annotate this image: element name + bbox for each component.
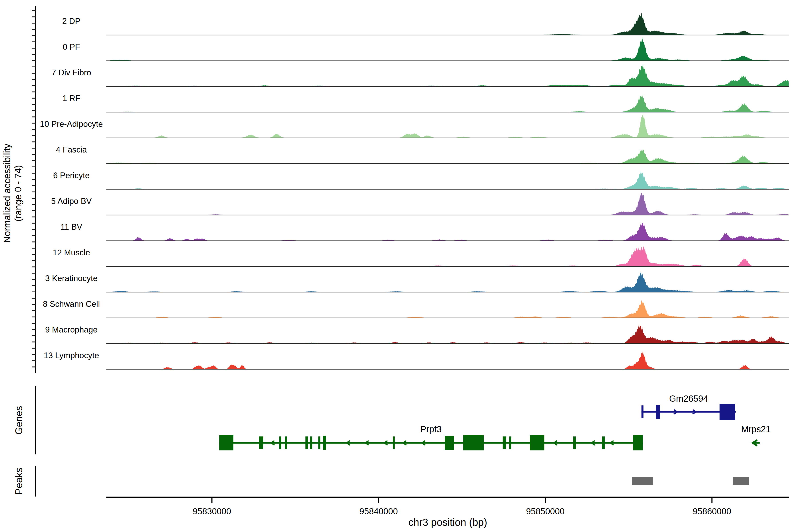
- track-signal-area: [107, 301, 789, 318]
- track-signal-area: [107, 171, 789, 189]
- y-axis-label-line1: Normalized accessibility: [2, 144, 12, 243]
- track-signal-area: [107, 324, 789, 344]
- x-axis-ticks: 95830000958400009585000095860000: [193, 497, 731, 516]
- track-label: 0 PF: [63, 42, 80, 52]
- track-signal-area: [107, 64, 789, 87]
- gene-exon: [285, 436, 287, 449]
- gene-exon: [720, 404, 735, 420]
- coverage-track: 0 PF: [63, 37, 789, 61]
- track-label: 8 Schwann Cell: [43, 300, 100, 308]
- genome-coverage-figure: Normalized accessibility (range 0 - 74) …: [0, 0, 798, 532]
- x-axis-tick-label: 95840000: [359, 507, 398, 516]
- gene-exon: [310, 436, 312, 449]
- track-label: 9 Macrophage: [45, 325, 98, 334]
- coverage-tracks: 2 DP0 PF7 Div Fibro1 RF10 Pre-Adipocyte4…: [40, 13, 789, 369]
- track-label: 7 Div Fibro: [52, 68, 91, 77]
- coverage-track: 7 Div Fibro: [52, 64, 789, 87]
- coverage-track: 11 BV: [60, 222, 789, 241]
- track-label: 10 Pre-Adipocyte: [40, 119, 103, 129]
- track-label: 12 Muscle: [53, 248, 90, 257]
- track-signal-area: [107, 272, 789, 292]
- x-axis: 95830000958400009585000095860000: [107, 497, 789, 516]
- track-signal-area: [107, 149, 789, 164]
- track-signal-area: [107, 352, 789, 369]
- y-axis-label-line2: (range 0 - 74): [13, 165, 23, 222]
- peak-intervals: [632, 477, 749, 485]
- gene-exon: [602, 436, 605, 449]
- gene-label: Gm26594: [669, 394, 708, 403]
- coverage-track: 1 RF: [62, 94, 789, 112]
- gene-exon: [219, 435, 233, 451]
- track-label: 4 Fascia: [56, 145, 87, 154]
- track-signal-area: [107, 37, 789, 61]
- gene-exon: [463, 435, 484, 451]
- track-label: 13 Lymphocyte: [44, 351, 99, 360]
- x-axis-tick-label: 95830000: [193, 507, 231, 516]
- track-label: 3 Keratinocyte: [45, 274, 98, 283]
- gene-label: Prpf3: [420, 424, 442, 434]
- coverage-track: 12 Muscle: [53, 247, 789, 267]
- x-axis-title: chr3 position (bp): [408, 516, 487, 528]
- y-axis-ruler: [32, 6, 36, 373]
- peaks-section-label: Peaks: [13, 468, 24, 495]
- gene-exon: [530, 435, 545, 451]
- gene-model: Mrps21: [741, 424, 771, 446]
- track-label: 6 Pericyte: [53, 171, 90, 180]
- coverage-track: 6 Pericyte: [53, 171, 789, 189]
- gene-exon: [633, 435, 643, 451]
- gene-exon: [642, 405, 644, 418]
- gene-exon: [656, 405, 660, 419]
- x-axis-tick-label: 95850000: [526, 507, 565, 516]
- gene-exon: [259, 436, 263, 449]
- peak-interval-box: [632, 477, 653, 485]
- gene-models: Gm26594Prpf3Mrps21: [219, 394, 771, 451]
- gene-exon: [573, 436, 576, 449]
- genes-section-label: Genes: [13, 406, 24, 435]
- coverage-track: 8 Schwann Cell: [43, 300, 789, 318]
- coverage-track: 2 DP: [62, 13, 789, 35]
- track-signal-area: [107, 114, 789, 138]
- track-label: 2 DP: [62, 17, 80, 26]
- coverage-track: 9 Macrophage: [45, 324, 789, 344]
- track-label: 5 Adipo BV: [51, 197, 92, 206]
- figure-canvas: Normalized accessibility (range 0 - 74) …: [0, 0, 798, 532]
- track-signal-area: [107, 13, 789, 35]
- gene-exon: [279, 436, 281, 449]
- track-signal-area: [107, 223, 789, 241]
- gene-exon: [393, 436, 395, 449]
- track-signal-area: [107, 95, 789, 112]
- coverage-track: 3 Keratinocyte: [45, 272, 789, 292]
- gene-exon: [445, 436, 454, 450]
- coverage-track: 10 Pre-Adipocyte: [40, 114, 789, 138]
- track-signal-area: [107, 193, 789, 215]
- gene-exon: [305, 436, 308, 449]
- peak-interval-box: [733, 477, 749, 485]
- gene-exon: [509, 436, 511, 449]
- gene-exon: [503, 436, 506, 449]
- gene-exon: [318, 436, 320, 449]
- gene-label: Mrps21: [741, 424, 771, 434]
- track-signal-area: [107, 247, 789, 267]
- track-label: 1 RF: [62, 94, 80, 103]
- x-axis-tick-label: 95860000: [693, 507, 731, 516]
- coverage-track: 4 Fascia: [56, 145, 789, 164]
- coverage-track: 13 Lymphocyte: [44, 351, 789, 369]
- track-label: 11 BV: [60, 222, 82, 231]
- y-axis-ticks: [32, 11, 36, 367]
- gene-model: Gm26594: [642, 394, 736, 420]
- coverage-track: 5 Adipo BV: [51, 193, 789, 215]
- gene-model: Prpf3: [219, 424, 643, 451]
- gene-exon: [323, 436, 326, 450]
